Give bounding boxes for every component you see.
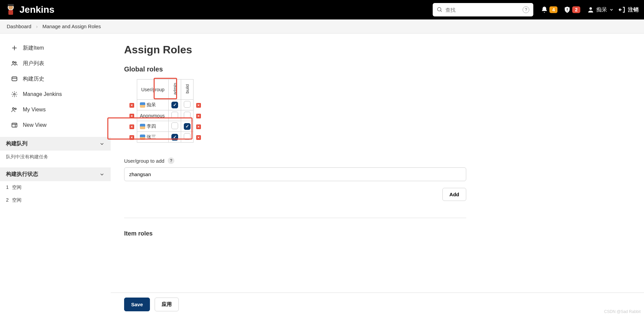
global-roles-table: User/group admin build ✕痴呆✕✕Anonymous✕✕李…	[127, 79, 204, 143]
sidebar-label: New View	[23, 122, 47, 128]
breadcrumb: Dashboard › Manage and Assign Roles	[0, 19, 644, 34]
jenkins-logo-icon	[5, 3, 16, 16]
add-button[interactable]: Add	[442, 188, 466, 201]
delete-icon[interactable]: ✕	[129, 103, 134, 108]
search-icon	[437, 7, 443, 13]
sidebar-item-people[interactable]: 用户列表	[0, 56, 111, 71]
logout-button[interactable]: 注销	[619, 6, 639, 13]
user-avatar-icon	[140, 135, 145, 140]
chevron-down-icon	[99, 172, 105, 177]
history-icon	[11, 75, 18, 83]
user-avatar-icon	[140, 124, 145, 129]
queue-empty-text: 队列中没有构建任务	[0, 151, 111, 163]
table-row: ✕张三✕	[127, 132, 204, 143]
top-header: Jenkins ? 4 2 痴呆 注销	[0, 0, 644, 19]
sidebar-label: My Views	[23, 107, 46, 113]
alert-badge: 2	[572, 6, 580, 13]
col-role-build: build	[181, 80, 194, 100]
breadcrumb-item[interactable]: Dashboard	[7, 23, 31, 29]
sidebar-item-history[interactable]: 构建历史	[0, 71, 111, 87]
checkbox-build[interactable]	[184, 101, 191, 108]
brand-text: Jenkins	[19, 4, 54, 15]
svg-rect-13	[12, 77, 17, 81]
people-icon	[11, 60, 18, 67]
delete-icon[interactable]: ✕	[129, 114, 134, 118]
user-cell: Anonymous	[137, 110, 169, 121]
breadcrumb-item[interactable]: Manage and Assign Roles	[42, 23, 101, 29]
help-icon[interactable]: ?	[168, 157, 174, 164]
user-cell: 李四	[137, 121, 169, 132]
executor-row: 2 空闲	[0, 194, 111, 207]
svg-point-17	[15, 108, 16, 109]
delete-icon[interactable]: ✕	[196, 103, 201, 108]
main-content: Assign Roles Global roles User/group adm…	[111, 34, 644, 277]
build-queue-header[interactable]: 构建队列	[0, 137, 111, 151]
search-input[interactable]	[445, 7, 520, 13]
user-cell: 张三	[137, 132, 169, 143]
delete-icon[interactable]: ✕	[196, 135, 201, 140]
delete-icon[interactable]: ✕	[129, 135, 134, 140]
svg-point-8	[589, 7, 592, 10]
plus-icon	[11, 44, 18, 52]
logo[interactable]: Jenkins	[5, 3, 54, 16]
executor-header[interactable]: 构建执行状态	[0, 167, 111, 181]
sidebar: 新建Item 用户列表 构建历史 Manage Jenkins My Views…	[0, 34, 111, 277]
table-row: ✕李四✕	[127, 121, 204, 132]
queue-title: 构建队列	[6, 140, 28, 147]
logout-text: 注销	[628, 6, 639, 13]
views-icon	[11, 106, 18, 113]
col-user: User/group	[137, 80, 169, 100]
add-user-label: User/group to add	[124, 158, 164, 164]
sidebar-item-views[interactable]: My Views	[0, 102, 111, 117]
sidebar-label: 新建Item	[23, 45, 44, 52]
notif-badge: 4	[549, 6, 557, 13]
exec-title: 构建执行状态	[6, 171, 38, 178]
checkbox-build[interactable]	[184, 123, 191, 130]
svg-rect-3	[8, 4, 14, 6]
svg-point-16	[12, 108, 14, 109]
delete-icon[interactable]: ✕	[196, 124, 201, 129]
checkbox-admin[interactable]	[171, 122, 178, 129]
global-roles-heading: Global roles	[124, 65, 631, 73]
table-row: ✕Anonymous✕	[127, 110, 204, 121]
sidebar-label: 构建历史	[23, 75, 44, 83]
svg-rect-2	[8, 10, 13, 15]
delete-icon[interactable]: ✕	[129, 124, 134, 129]
svg-rect-6	[567, 8, 568, 10]
add-user-input[interactable]	[124, 167, 466, 181]
user-avatar-icon	[140, 102, 145, 108]
sidebar-label: Manage Jenkins	[23, 91, 62, 97]
checkbox-admin[interactable]	[171, 102, 178, 108]
bell-icon	[541, 6, 548, 13]
roles-table-wrap: User/group admin build ✕痴呆✕✕Anonymous✕✕李…	[124, 79, 204, 143]
newview-icon	[11, 121, 18, 129]
executor-row: 1 空闲	[0, 181, 111, 194]
gear-icon	[11, 91, 18, 98]
svg-point-11	[12, 61, 14, 63]
item-roles-heading: Item roles	[124, 230, 631, 237]
user-cell: 痴呆	[137, 100, 169, 110]
search-box[interactable]: ?	[433, 3, 533, 16]
checkbox-build[interactable]	[184, 133, 191, 140]
chevron-down-icon	[609, 7, 614, 12]
notifications-button[interactable]: 4	[539, 5, 559, 15]
checkbox-build[interactable]	[184, 112, 191, 118]
svg-rect-18	[12, 123, 17, 127]
table-row: ✕痴呆✕	[127, 100, 204, 110]
sidebar-item-new[interactable]: 新建Item	[0, 40, 111, 56]
divider	[124, 218, 466, 218]
search-help-icon[interactable]: ?	[523, 6, 529, 13]
delete-icon[interactable]: ✕	[196, 114, 201, 118]
sidebar-item-newview[interactable]: New View	[0, 117, 111, 133]
checkbox-admin[interactable]	[171, 112, 178, 118]
svg-line-5	[441, 10, 442, 12]
sidebar-item-manage[interactable]: Manage Jenkins	[0, 87, 111, 102]
user-menu[interactable]: 痴呆	[584, 6, 616, 13]
checkbox-admin[interactable]	[171, 134, 178, 141]
svg-point-12	[15, 62, 16, 63]
alerts-button[interactable]: 2	[561, 5, 582, 15]
sidebar-label: 用户列表	[23, 60, 44, 67]
username: 痴呆	[596, 6, 607, 13]
user-icon	[587, 6, 594, 13]
shield-alert-icon	[564, 6, 571, 13]
